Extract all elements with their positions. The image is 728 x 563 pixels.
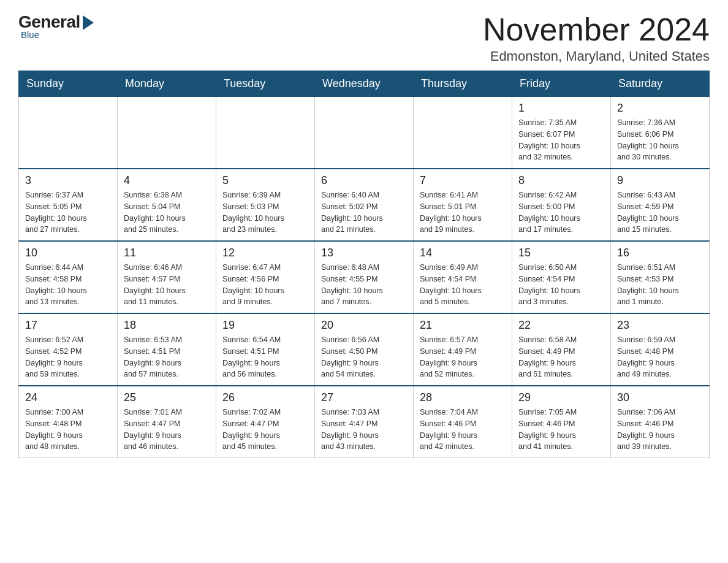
week-row-4: 24Sunrise: 7:00 AM Sunset: 4:48 PM Dayli… [19,386,710,458]
calendar-cell: 21Sunrise: 6:57 AM Sunset: 4:49 PM Dayli… [414,313,512,386]
day-number: 16 [617,247,703,259]
title-section: November 2024 Edmonston, Maryland, Unite… [483,12,710,64]
day-info: Sunrise: 6:48 AM Sunset: 4:55 PM Dayligh… [321,262,407,308]
calendar-cell [414,97,512,169]
day-info: Sunrise: 6:49 AM Sunset: 4:54 PM Dayligh… [420,262,506,308]
day-number: 27 [321,391,407,404]
calendar-cell: 12Sunrise: 6:47 AM Sunset: 4:56 PM Dayli… [216,241,315,313]
day-info: Sunrise: 7:05 AM Sunset: 4:46 PM Dayligh… [518,407,604,453]
day-info: Sunrise: 6:42 AM Sunset: 5:00 PM Dayligh… [518,190,604,236]
calendar-cell: 30Sunrise: 7:06 AM Sunset: 4:46 PM Dayli… [611,386,710,458]
calendar-cell: 6Sunrise: 6:40 AM Sunset: 5:02 PM Daylig… [315,169,414,241]
week-row-3: 17Sunrise: 6:52 AM Sunset: 4:52 PM Dayli… [19,313,710,386]
calendar-cell: 16Sunrise: 6:51 AM Sunset: 4:53 PM Dayli… [611,241,710,313]
calendar-cell: 19Sunrise: 6:54 AM Sunset: 4:51 PM Dayli… [216,313,315,386]
day-info: Sunrise: 6:53 AM Sunset: 4:51 PM Dayligh… [124,334,210,380]
day-info: Sunrise: 6:40 AM Sunset: 5:02 PM Dayligh… [321,190,407,236]
calendar-cell: 10Sunrise: 6:44 AM Sunset: 4:58 PM Dayli… [19,241,118,313]
day-number: 2 [617,102,703,115]
calendar-cell: 8Sunrise: 6:42 AM Sunset: 5:00 PM Daylig… [512,169,611,241]
day-number: 14 [420,247,506,259]
month-title: November 2024 [483,12,710,47]
calendar-cell: 22Sunrise: 6:58 AM Sunset: 4:49 PM Dayli… [512,313,611,386]
calendar-cell: 27Sunrise: 7:03 AM Sunset: 4:47 PM Dayli… [315,386,414,458]
day-info: Sunrise: 7:02 AM Sunset: 4:47 PM Dayligh… [222,407,308,453]
day-number: 17 [25,319,111,332]
calendar-cell: 26Sunrise: 7:02 AM Sunset: 4:47 PM Dayli… [216,386,315,458]
day-info: Sunrise: 6:59 AM Sunset: 4:48 PM Dayligh… [617,334,703,380]
calendar-cell: 5Sunrise: 6:39 AM Sunset: 5:03 PM Daylig… [216,169,315,241]
day-number: 7 [420,174,506,187]
calendar-cell: 1Sunrise: 7:35 AM Sunset: 6:07 PM Daylig… [512,97,611,169]
week-row-0: 1Sunrise: 7:35 AM Sunset: 6:07 PM Daylig… [19,97,710,169]
calendar-cell [315,97,414,169]
day-number: 23 [617,319,703,332]
day-info: Sunrise: 6:39 AM Sunset: 5:03 PM Dayligh… [222,190,308,236]
day-number: 22 [518,319,604,332]
day-number: 4 [124,174,210,187]
day-info: Sunrise: 6:58 AM Sunset: 4:49 PM Dayligh… [518,334,604,380]
day-number: 6 [321,174,407,187]
calendar-cell: 3Sunrise: 6:37 AM Sunset: 5:05 PM Daylig… [19,169,118,241]
calendar-cell: 7Sunrise: 6:41 AM Sunset: 5:01 PM Daylig… [414,169,512,241]
calendar-cell: 15Sunrise: 6:50 AM Sunset: 4:54 PM Dayli… [512,241,611,313]
calendar-cell: 4Sunrise: 6:38 AM Sunset: 5:04 PM Daylig… [118,169,216,241]
calendar-header-tuesday: Tuesday [216,71,315,97]
day-number: 28 [420,391,506,404]
day-number: 12 [222,247,308,259]
day-info: Sunrise: 6:44 AM Sunset: 4:58 PM Dayligh… [25,262,111,308]
calendar-cell [19,97,118,169]
day-info: Sunrise: 6:50 AM Sunset: 4:54 PM Dayligh… [518,262,604,308]
week-row-2: 10Sunrise: 6:44 AM Sunset: 4:58 PM Dayli… [19,241,710,313]
day-info: Sunrise: 7:36 AM Sunset: 6:06 PM Dayligh… [617,117,703,163]
week-row-1: 3Sunrise: 6:37 AM Sunset: 5:05 PM Daylig… [19,169,710,241]
day-info: Sunrise: 7:06 AM Sunset: 4:46 PM Dayligh… [617,407,703,453]
calendar-cell: 13Sunrise: 6:48 AM Sunset: 4:55 PM Dayli… [315,241,414,313]
day-number: 8 [518,174,604,187]
calendar-cell: 20Sunrise: 6:56 AM Sunset: 4:50 PM Dayli… [315,313,414,386]
day-info: Sunrise: 7:35 AM Sunset: 6:07 PM Dayligh… [518,117,604,163]
calendar-header-wednesday: Wednesday [315,71,414,97]
day-info: Sunrise: 6:57 AM Sunset: 4:49 PM Dayligh… [420,334,506,380]
calendar-cell: 14Sunrise: 6:49 AM Sunset: 4:54 PM Dayli… [414,241,512,313]
calendar-header-saturday: Saturday [611,71,710,97]
calendar-header-friday: Friday [512,71,611,97]
logo-blue-text: Blue [21,29,39,40]
day-info: Sunrise: 6:47 AM Sunset: 4:56 PM Dayligh… [222,262,308,308]
day-info: Sunrise: 6:46 AM Sunset: 4:57 PM Dayligh… [124,262,210,308]
logo: General Blue [18,12,94,40]
day-info: Sunrise: 6:52 AM Sunset: 4:52 PM Dayligh… [25,334,111,380]
calendar-cell: 29Sunrise: 7:05 AM Sunset: 4:46 PM Dayli… [512,386,611,458]
calendar-header-thursday: Thursday [414,71,512,97]
day-number: 15 [518,247,604,259]
day-info: Sunrise: 7:03 AM Sunset: 4:47 PM Dayligh… [321,407,407,453]
day-number: 1 [518,102,604,115]
day-number: 3 [25,174,111,187]
day-number: 9 [617,174,703,187]
day-number: 26 [222,391,308,404]
day-number: 19 [222,319,308,332]
day-info: Sunrise: 6:41 AM Sunset: 5:01 PM Dayligh… [420,190,506,236]
day-number: 20 [321,319,407,332]
calendar-cell [118,97,216,169]
calendar-cell: 9Sunrise: 6:43 AM Sunset: 4:59 PM Daylig… [611,169,710,241]
calendar-cell: 17Sunrise: 6:52 AM Sunset: 4:52 PM Dayli… [19,313,118,386]
day-info: Sunrise: 6:43 AM Sunset: 4:59 PM Dayligh… [617,190,703,236]
logo-arrow-icon [83,15,94,30]
calendar-cell: 25Sunrise: 7:01 AM Sunset: 4:47 PM Dayli… [118,386,216,458]
day-info: Sunrise: 6:54 AM Sunset: 4:51 PM Dayligh… [222,334,308,380]
day-info: Sunrise: 6:37 AM Sunset: 5:05 PM Dayligh… [25,190,111,236]
day-info: Sunrise: 6:38 AM Sunset: 5:04 PM Dayligh… [124,190,210,236]
calendar-cell [216,97,315,169]
day-number: 25 [124,391,210,404]
calendar-table: SundayMondayTuesdayWednesdayThursdayFrid… [18,71,710,458]
day-number: 21 [420,319,506,332]
calendar-cell: 23Sunrise: 6:59 AM Sunset: 4:48 PM Dayli… [611,313,710,386]
day-number: 13 [321,247,407,259]
calendar-cell: 28Sunrise: 7:04 AM Sunset: 4:46 PM Dayli… [414,386,512,458]
page-header: General Blue November 2024 Edmonston, Ma… [18,12,710,64]
day-number: 10 [25,247,111,259]
day-info: Sunrise: 6:51 AM Sunset: 4:53 PM Dayligh… [617,262,703,308]
day-number: 5 [222,174,308,187]
calendar-header-sunday: Sunday [19,71,118,97]
